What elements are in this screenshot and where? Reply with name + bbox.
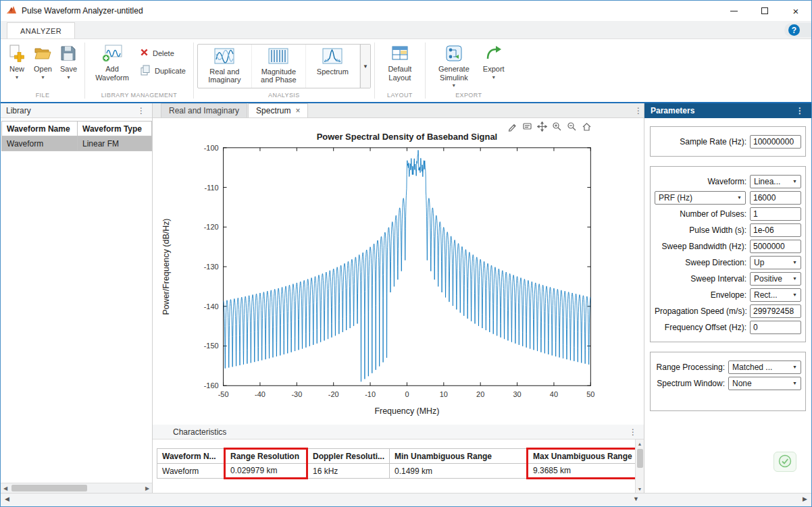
param-row-spectrum-window: Spectrum Window: None ▼ [655,376,801,390]
envelope-select[interactable]: Rect... ▼ [750,288,801,302]
scroll-down-icon[interactable]: ▼ [633,496,639,502]
svg-text:-10: -10 [365,390,376,398]
generate-simulink-button[interactable]: Generate Simulink ▾ [429,41,479,88]
svg-text:50: 50 [586,390,594,398]
home-restore-view-icon[interactable] [581,121,592,132]
simulink-icon [445,43,463,63]
parameters-header: Parameters ⋮ [644,103,811,118]
frequency-offset-label: Frequency Offset (Hz): [655,323,750,332]
panel-menu-icon[interactable]: ⋮ [633,106,644,115]
ribbon-section-export: Generate Simulink ▾ Export ▾ EXPORT [426,39,512,102]
characteristics-table: Waveform N... Range Resolution Doppler R… [157,448,639,479]
tab-close-icon[interactable]: × [295,106,300,115]
param-row-sweep-interval: Sweep Interval: Positive ▼ [655,271,801,286]
export-button[interactable]: Export ▾ [479,41,509,80]
new-dropdown-icon[interactable]: ▾ [16,74,18,80]
param-row-propagation-speed: Propagation Speed (m/s): [655,304,801,318]
generate-simulink-dropdown-icon[interactable]: ▾ [453,82,455,88]
prf-mode-select[interactable]: PRF (Hz) ▼ [655,191,746,205]
close-button[interactable]: × [780,1,811,21]
export-dropdown-icon[interactable]: ▾ [492,74,495,80]
spectrum-view-button[interactable]: Spectrum [306,45,360,88]
prf-input[interactable] [750,191,801,205]
minimize-button[interactable] [718,1,749,21]
export-icon [485,43,503,63]
library-row-waveform[interactable]: Waveform Linear FM [2,136,152,151]
scroll-right-icon[interactable]: ▶ [143,485,152,491]
zoom-in-icon[interactable] [551,121,563,132]
scroll-left-icon[interactable]: ◀ [5,496,9,502]
datatip-icon[interactable] [522,121,533,132]
char-col-doppler-resolution: Doppler Resoluti... [307,449,390,464]
tab-analyzer[interactable]: ANALYZER [7,22,75,38]
vscroll-thumb[interactable] [637,449,643,468]
spectrum-window-select[interactable]: None ▼ [728,377,801,390]
tab-real-and-imaginary[interactable]: Real and Imaginary [161,103,247,117]
library-table-area: Waveform Name Waveform Type Waveform Lin… [1,118,152,483]
save-button[interactable]: Save ▾ [56,41,81,80]
hscroll-thumb[interactable] [11,485,87,491]
analysis-gallery: Real and Imaginary [197,44,371,88]
help-button[interactable]: ? [784,23,811,37]
char-col-waveform-name: Waveform N... [157,449,225,464]
characteristics-vscrollbar[interactable]: ▲ ▼ [635,439,644,493]
ribbon-section-analysis: Real and Imaginary [194,39,374,102]
param-row-sample-rate: Sample Rate (Hz): [655,134,801,149]
window-title: Pulse Waveform Analyzer-untitled [22,6,143,16]
duplicate-button[interactable]: Duplicate [136,63,190,78]
range-processing-select[interactable]: Matched ... ▼ [728,361,801,374]
maximize-button[interactable] [749,1,780,21]
scroll-left-icon[interactable]: ◀ [1,485,10,491]
characteristics-header: Characteristics ⋮ [153,425,644,439]
pan-icon[interactable] [536,121,548,132]
zoom-out-icon[interactable] [566,121,578,132]
scroll-down-icon[interactable]: ▼ [638,485,642,493]
open-dropdown-icon[interactable]: ▾ [41,74,44,80]
number-of-pulses-label: Number of Pulses: [655,209,750,219]
propagation-speed-input[interactable] [750,304,801,318]
characteristics-table-area: Waveform N... Range Resolution Doppler R… [153,439,644,493]
add-waveform-button[interactable]: Add Waveform [88,41,136,82]
scroll-up-icon[interactable]: ▲ [638,439,642,448]
sweep-bandwidth-input[interactable] [750,240,801,253]
apply-button[interactable] [773,452,796,472]
pulse-width-input[interactable] [750,223,801,237]
new-button[interactable]: New ▾ [4,41,30,80]
panel-menu-icon[interactable]: ⋮ [628,427,638,437]
scroll-right-icon[interactable]: ▶ [803,496,807,502]
sample-rate-group: Sample Rate (Hz): [650,126,806,157]
chevron-down-icon: ▼ [790,260,799,265]
param-row-pulse-width: Pulse Width (s): [655,223,801,237]
frequency-offset-input[interactable] [750,321,801,334]
check-icon [778,454,792,470]
panel-menu-icon[interactable]: ⋮ [794,106,805,115]
max-unambiguous-range-value: 9.3685 km [528,464,638,479]
delete-button[interactable]: Delete [136,47,190,59]
psd-chart-canvas[interactable]: -50-40-30-20-1001020304050-160-150-140-1… [153,118,644,425]
gallery-dropdown-button[interactable]: ▼ [360,45,370,88]
processing-group: Range Processing: Matched ... ▼ Spectrum… [650,352,806,411]
library-hscrollbar[interactable]: ◀ ▶ [1,483,152,493]
number-of-pulses-input[interactable] [750,207,801,221]
section-label-layout: LAYOUT [378,92,422,102]
sweep-interval-select[interactable]: Positive ▼ [750,272,801,286]
edit-plot-icon[interactable] [507,121,518,132]
characteristics-title: Characteristics [173,427,226,437]
default-layout-button[interactable]: Default Layout [378,41,422,82]
plot-toolbar [507,121,592,132]
magnitude-phase-view-button[interactable]: Magnitude and Phase [252,45,306,88]
panel-menu-icon[interactable]: ⋮ [136,106,147,115]
save-dropdown-icon[interactable]: ▾ [67,74,70,80]
add-waveform-icon [101,43,123,63]
tab-spectrum[interactable]: Spectrum × [248,103,308,117]
document-area: Real and Imaginary Spectrum × ⋮ -50-40-3… [153,103,644,493]
spectrum-plot[interactable]: -50-40-30-20-1001020304050-160-150-140-1… [153,118,644,425]
range-processing-label: Range Processing: [655,363,728,372]
real-imaginary-view-button[interactable]: Real and Imaginary [198,45,252,88]
waveform-select[interactable]: Linea... ▼ [750,175,801,188]
sweep-direction-select[interactable]: Up ▼ [750,256,801,269]
waveform-label: Waveform: [655,177,750,186]
open-button[interactable]: Open ▾ [30,41,56,80]
sample-rate-input[interactable] [750,135,801,149]
param-row-sweep-bandwidth: Sweep Bandwidth (Hz): [655,239,801,253]
